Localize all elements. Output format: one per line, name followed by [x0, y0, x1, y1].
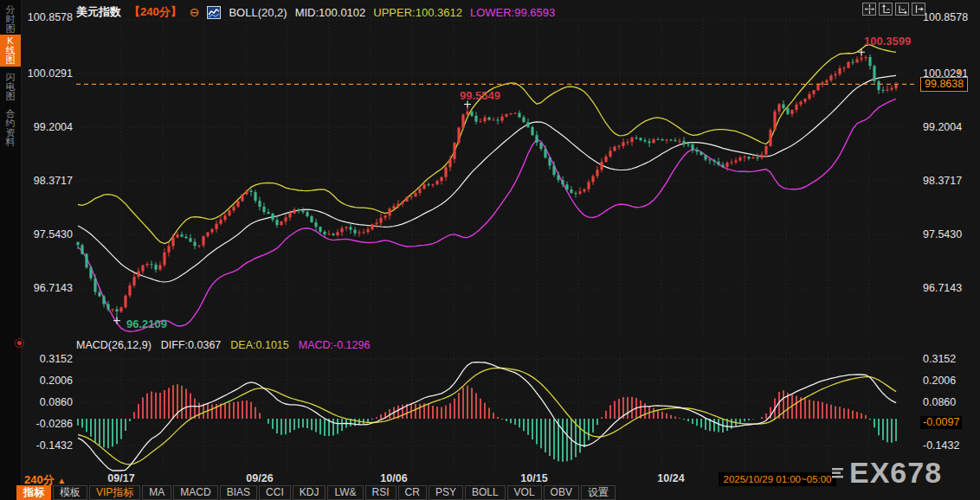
toolbar-button-settings[interactable]: 设置: [581, 485, 616, 500]
macd-tick: 0.2006: [21, 375, 73, 387]
macd-tick: 0.2006: [923, 375, 956, 387]
x-axis-date-1006: 10/06: [368, 472, 420, 484]
x-axis-scale-icon[interactable]: [895, 3, 909, 16]
macd-tick: 0.0860: [923, 396, 956, 408]
sidebar-tab-lightning[interactable]: 闪电图: [0, 71, 21, 103]
x-axis-date-0926: 09/26: [234, 472, 286, 484]
x-axis-date-1024: 10/24: [645, 472, 697, 484]
period-label[interactable]: 【240分】: [129, 4, 182, 20]
x-axis: 240分 ▲ 2025/10/29 01:00~05:00 09/1709/26…: [0, 472, 980, 486]
boll-mid-value: MID:100.0102: [295, 6, 366, 19]
sidebar-tab-contract-info[interactable]: 合约资料: [0, 107, 21, 149]
interval-up-arrow-icon: ▲: [57, 476, 66, 485]
price-tick: 100.8578: [21, 11, 73, 23]
toolbar-button-cci[interactable]: CCI: [259, 485, 291, 500]
boll-upper-value: UPPER:100.3612: [373, 6, 462, 19]
sidebar-tab-kline[interactable]: K线图: [0, 35, 21, 67]
chart-window: 分时图 K线图 闪电图 合约资料 美元指数 【240分】 ⊖ BOLL(20,2…: [0, 0, 980, 500]
toolbar-button-lwr[interactable]: LW&: [327, 485, 363, 500]
toolbar-button-boll[interactable]: BOLL: [465, 485, 506, 500]
toolbar-button-vol[interactable]: VOL: [507, 485, 542, 500]
price-tick: 100.0291: [21, 67, 73, 80]
boll-indicator-label: BOLL(20,2): [229, 6, 287, 19]
toolbar-button-psy[interactable]: PSY: [429, 485, 463, 500]
y-axis-scale-icon[interactable]: [879, 3, 893, 16]
toolbar-button-ma[interactable]: MA: [142, 485, 171, 500]
toolbar-button-cr[interactable]: CR: [398, 485, 427, 500]
toolbar-button-bias[interactable]: BIAS: [220, 485, 257, 500]
alert-icon[interactable]: [15, 338, 24, 348]
x-axis-date-1015: 10/15: [508, 472, 560, 484]
price-tick: 99.2004: [21, 121, 73, 133]
annotation-mid-high: 99.5549: [460, 89, 500, 102]
chart-type-sidebar: 分时图 K线图 闪电图 合约资料: [0, 0, 22, 500]
price-tick: 100.8578: [923, 11, 968, 23]
current-price-badge: 99.8638: [920, 77, 968, 92]
line-chart-icon[interactable]: [207, 6, 221, 19]
sidebar-tab-label: 闪电图: [5, 73, 16, 101]
macd-tick: 0.3152: [21, 353, 73, 365]
price-tick: 99.2004: [923, 121, 962, 133]
macd-name: MACD(26,12,9): [76, 339, 152, 351]
macd-diff-value: DIFF:0.0367: [161, 339, 221, 351]
current-bar-time-range: 2025/10/29 01:00~05:00: [719, 472, 836, 486]
sidebar-tab-label: K线图: [5, 36, 16, 65]
chart-canvas[interactable]: [0, 0, 980, 500]
macd-tick: -0.1432: [21, 439, 73, 452]
toolbar-button-rsi[interactable]: RSI: [365, 485, 397, 500]
x-axis-date-0917: 09/17: [95, 472, 147, 484]
chart-header: 美元指数 【240分】 ⊖ BOLL(20,2) MID:100.0102 UP…: [76, 4, 555, 20]
sidebar-tab-timeshare[interactable]: 分时图: [0, 3, 21, 35]
price-tick: 97.5430: [923, 228, 962, 240]
price-up-arrow-icon: ▲: [956, 67, 964, 75]
boll-lower-value: LOWER:99.6593: [470, 6, 555, 19]
symbol-title: 美元指数: [76, 4, 121, 20]
price-tick: 96.7143: [21, 282, 73, 294]
toolbar-button-vip-indicator[interactable]: VIP指标: [89, 485, 140, 500]
toolbar-button-obv[interactable]: OBV: [544, 485, 579, 500]
crosshair-icon[interactable]: [862, 3, 876, 16]
pan-right-icon[interactable]: [912, 3, 925, 16]
annotation-low: 96.2109: [126, 317, 167, 330]
macd-tick: -0.0286: [21, 418, 73, 430]
macd-header: MACD(26,12,9) DIFF:0.0367 DEA:0.1015 MAC…: [76, 339, 370, 351]
macd-value: MACD:-0.1296: [299, 339, 371, 351]
price-tick: 98.3717: [923, 175, 962, 187]
macd-tick: -0.1432: [923, 439, 959, 452]
toolbar-button-indicator[interactable]: 指标: [16, 485, 51, 500]
macd-current-badge: -0.0097: [920, 416, 962, 429]
annotation-high: 100.3599: [864, 35, 911, 48]
indicator-toolbar: 指标模板VIP指标MAMACDBIASCCIKDJLW&RSICRPSYBOLL…: [16, 485, 616, 500]
toolbar-button-kdj[interactable]: KDJ: [293, 485, 326, 500]
price-tick: 98.3717: [21, 175, 73, 187]
price-tick: 96.7143: [923, 282, 962, 294]
price-tick: 97.5430: [21, 228, 73, 240]
collapse-indicator-icon[interactable]: ⊖: [190, 7, 200, 18]
chart-tools: [862, 3, 925, 16]
sidebar-tab-label: 分时图: [5, 5, 16, 34]
toolbar-button-template[interactable]: 模板: [53, 485, 87, 500]
macd-tick: 0.0860: [21, 396, 73, 408]
toolbar-button-macd[interactable]: MACD: [173, 485, 217, 500]
macd-dea-value: DEA:0.1015: [230, 339, 288, 351]
macd-tick: 0.3152: [923, 353, 956, 365]
sidebar-tab-label: 合约资料: [5, 109, 16, 147]
